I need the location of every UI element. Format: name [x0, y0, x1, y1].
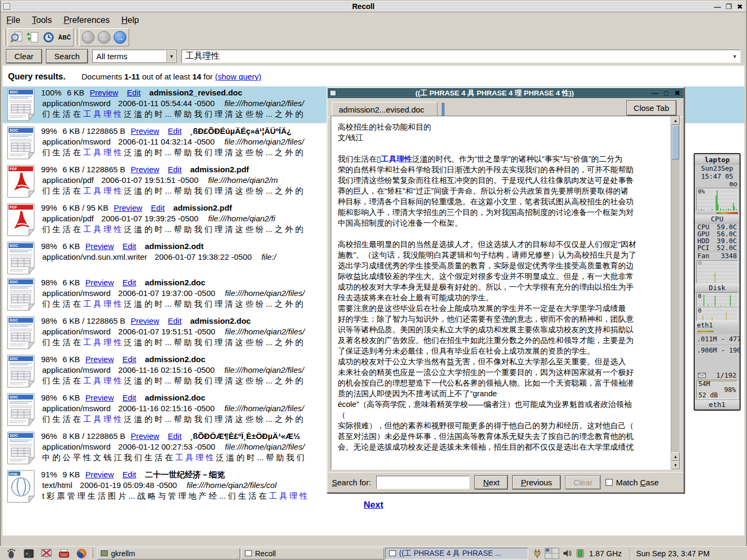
preview-link[interactable]: Preview: [131, 431, 159, 441]
minimize-icon[interactable]: —: [713, 3, 721, 10]
firefox-icon[interactable]: [76, 548, 88, 559]
edit-link[interactable]: Edit: [127, 88, 141, 97]
file-url: file:///home/qian2/files/: [224, 99, 304, 108]
main-titlebar[interactable]: Recoll — ❐ ✖: [1, 1, 746, 12]
preview-link[interactable]: Preview: [131, 126, 159, 135]
menu-tools[interactable]: Tools: [32, 15, 52, 25]
sort-doc-icon[interactable]: [25, 30, 40, 45]
edit-link[interactable]: Edit: [122, 278, 136, 287]
cpufreq-icon[interactable]: [576, 549, 584, 558]
file-url: file:///home/qian2/files/: [224, 404, 304, 413]
find-next-button[interactable]: Next: [475, 476, 507, 489]
edit-link[interactable]: Edit: [168, 316, 182, 325]
query-text: 工具理性: [185, 51, 219, 62]
menu-file[interactable]: File: [6, 15, 20, 25]
menu-preferences[interactable]: Preferences: [63, 15, 109, 25]
edit-link[interactable]: Edit: [122, 393, 136, 402]
preview-maximize-icon[interactable]: □: [662, 90, 670, 97]
nav-forward-icon[interactable]: →: [113, 30, 128, 45]
preview-link[interactable]: Preview: [85, 278, 114, 287]
edit-link[interactable]: Edit: [168, 165, 182, 174]
temp-label: PCI: [697, 244, 710, 251]
preview-link[interactable]: Preview: [85, 355, 114, 364]
file-size: 8 KB / 1228865 B: [62, 431, 125, 441]
taskbar-task-button[interactable]: ((工 PHRASE 4 具 PHRASE ...: [385, 548, 528, 559]
preview-link[interactable]: Preview: [131, 165, 159, 174]
scroll-up-icon[interactable]: ▲: [671, 116, 680, 125]
find-input[interactable]: [376, 476, 470, 489]
speaker-icon[interactable]: [563, 549, 573, 557]
query-history-chevron-icon[interactable]: ▼: [730, 51, 739, 61]
search-mode-combobox[interactable]: All terms ▼: [92, 50, 177, 63]
mime-type: application/msword: [42, 289, 110, 298]
nav-back-icon[interactable]: ←: [97, 30, 112, 45]
doc-file-icon: DOC: [7, 393, 35, 426]
close-icon[interactable]: ✖: [736, 3, 744, 10]
preview-window-menu-icon[interactable]: [330, 90, 336, 96]
file-url: file:///home/qian2/fi: [208, 214, 275, 223]
next-page-link[interactable]: Next: [364, 500, 384, 510]
window-menu-icon[interactable]: [3, 3, 10, 10]
search-button[interactable]: Search: [46, 50, 88, 63]
taskbar-task-button[interactable]: gkrellm: [97, 548, 240, 559]
preview-minimize-icon[interactable]: —: [651, 90, 659, 97]
doc-file-icon: DOC: [7, 355, 35, 388]
maximize-icon[interactable]: ❐: [725, 3, 733, 10]
preview-titlebar[interactable]: ((工 PHRASE 4 具 PHRASE 4 理 PHRASE 4 性)) —…: [328, 88, 684, 98]
clock-icon[interactable]: [41, 30, 56, 45]
result-title: admission2.doc: [145, 355, 205, 364]
preview-link[interactable]: Preview: [131, 316, 159, 325]
preview-link[interactable]: Preview: [85, 393, 114, 402]
mime-type: text/html: [42, 481, 73, 490]
preview-link[interactable]: Preview: [114, 203, 142, 212]
toolbar-grip[interactable]: [4, 29, 6, 45]
preview-close-icon[interactable]: ✖: [673, 90, 681, 97]
chevron-down-icon[interactable]: ▼: [166, 51, 176, 62]
find-clear-button[interactable]: Clear: [566, 476, 601, 489]
typewriter-icon[interactable]: [58, 548, 70, 559]
clear-button[interactable]: Clear: [6, 50, 42, 63]
preview-scrollbar[interactable]: ▲ ▲ ▼: [671, 116, 680, 469]
scroll-down-icon[interactable]: ▼: [671, 461, 680, 469]
workspace-pager[interactable]: [545, 548, 559, 559]
menu-help[interactable]: Help: [121, 15, 139, 25]
taskbar-task-button[interactable]: Recoll: [241, 548, 384, 559]
toolbar: ÅBĈ ← ← →: [2, 27, 745, 47]
svg-text:PDF: PDF: [10, 205, 18, 209]
term-explorer-icon[interactable]: ÅBĈ: [57, 30, 72, 45]
gkrellm-bottom-label: eth1: [695, 399, 740, 410]
edit-link[interactable]: Edit: [122, 242, 136, 251]
meter-pct: 98%: [724, 386, 736, 394]
terminal-icon[interactable]: >_: [23, 548, 35, 559]
query-input[interactable]: 工具理性 ▼: [181, 50, 741, 63]
file-url: file:/: [261, 252, 276, 261]
edit-link[interactable]: Edit: [122, 355, 136, 364]
match-case-checkbox[interactable]: Match Case: [606, 478, 658, 487]
nav-first-icon[interactable]: ←: [81, 30, 96, 45]
preview-link[interactable]: Preview: [85, 470, 114, 479]
preview-link[interactable]: Preview: [90, 88, 118, 97]
power-plug-icon[interactable]: [534, 549, 541, 558]
scrollbar-thumb[interactable]: [672, 125, 679, 159]
scroll-up2-icon[interactable]: ▲: [671, 452, 680, 461]
find-previous-button[interactable]: Previous: [513, 476, 560, 489]
edit-link[interactable]: Edit: [168, 126, 182, 135]
preview-link[interactable]: Preview: [85, 242, 114, 251]
edit-link[interactable]: Edit: [168, 431, 182, 441]
checkbox-icon[interactable]: [606, 479, 613, 486]
preview-doc-icon[interactable]: [9, 30, 24, 45]
edit-link[interactable]: Edit: [151, 203, 165, 212]
result-title: ¸ßÕÐÖÆ¶È£ºÏ¸È±ÖÐµÄ¹«Æ½: [190, 431, 300, 441]
gnome-menu-icon[interactable]: [5, 548, 17, 559]
show-query-link[interactable]: (show query): [215, 72, 261, 81]
toolbar-grip2[interactable]: [75, 29, 77, 45]
task-label: gkrellm: [111, 549, 135, 558]
relevance-percent: 98%: [41, 355, 57, 364]
file-url: file:///home/qian2/files/: [225, 289, 305, 298]
window-title: Recoll: [13, 2, 713, 11]
close-tab-button[interactable]: Close Tab: [627, 101, 676, 115]
preview-tab[interactable]: admission2...evised.doc: [332, 102, 438, 116]
taskbar-grip[interactable]: [91, 548, 94, 559]
edit-link[interactable]: Edit: [122, 470, 136, 479]
lock-screen-icon[interactable]: [41, 548, 52, 559]
